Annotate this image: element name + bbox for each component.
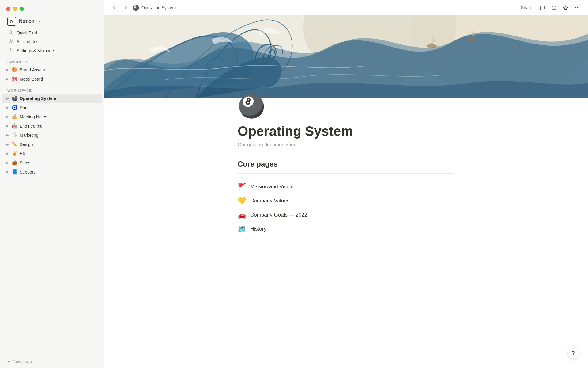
- sidebar-item-meeting-notes[interactable]: ▶ ✍️ Meeting Notes: [2, 112, 102, 121]
- marketing-icon: ✨: [12, 132, 18, 138]
- core-pages-list: 🚩 Mission and Vision 💛 Company Values 🚗 …: [238, 180, 454, 236]
- main-content: 🎱 Operating System Share: [104, 0, 588, 368]
- sidebar-item-operating-system[interactable]: ▶ 🎱 Operating System: [2, 94, 102, 103]
- sidebar-item-mood-board[interactable]: ▶ 🎀 Mood Board: [2, 75, 102, 83]
- page-icon-large[interactable]: 🎱: [238, 95, 454, 117]
- support-icon: 📘: [12, 169, 18, 175]
- company-goals-icon: 🚗: [238, 211, 246, 219]
- chevron-right-icon: ▶: [6, 143, 10, 146]
- page-title-titlebar: Operating System: [141, 5, 176, 10]
- marketing-label: Marketing: [20, 133, 38, 138]
- chevron-right-icon: ▶: [6, 152, 10, 155]
- close-button[interactable]: [6, 7, 10, 11]
- sidebar-scroll: Quick Find All Updates Settings & Member…: [0, 28, 104, 356]
- operating-system-label: Operating System: [20, 96, 56, 101]
- brand-assets-label: Brand Assets: [20, 67, 45, 72]
- favorite-button[interactable]: [561, 3, 570, 12]
- chevron-right-icon: ▶: [6, 161, 10, 164]
- sidebar-item-docs[interactable]: ▶ 🧿 Docs: [2, 103, 102, 112]
- engineering-icon: 🤖: [12, 123, 18, 129]
- more-options-button[interactable]: [573, 3, 582, 12]
- sidebar-item-all-updates[interactable]: All Updates: [2, 37, 101, 46]
- company-values-icon: 💛: [238, 197, 246, 205]
- sidebar-item-sales[interactable]: ▶ 👜 Sales: [2, 158, 102, 167]
- comments-button[interactable]: [538, 3, 547, 12]
- support-label: Support: [20, 170, 35, 174]
- company-values-label: Company Values: [250, 198, 289, 204]
- share-button[interactable]: Share: [518, 4, 535, 12]
- all-updates-label: All Updates: [17, 39, 39, 44]
- design-icon: ✏️: [12, 141, 18, 147]
- page-title: Operating System: [238, 123, 454, 140]
- notion-logo: N: [7, 17, 16, 26]
- mood-board-label: Mood Board: [20, 77, 43, 82]
- sales-label: Sales: [20, 160, 30, 165]
- docs-icon: 🧿: [12, 105, 18, 110]
- chevron-right-icon: ▶: [6, 97, 10, 100]
- sidebar-item-quick-find[interactable]: Quick Find: [2, 29, 101, 37]
- mood-board-icon: 🎀: [12, 76, 18, 82]
- page-body: 🎱 Operating System Our guiding documenta…: [208, 98, 484, 266]
- docs-label: Docs: [20, 105, 29, 110]
- mission-vision-label: Mission and Vision: [250, 184, 293, 190]
- list-item[interactable]: 🗺️ History: [238, 222, 454, 236]
- list-item[interactable]: 🚗 Company Goals — 2022: [238, 208, 454, 222]
- sidebar-item-design[interactable]: ▶ ✏️ Design: [2, 140, 102, 149]
- engineering-label: Engineering: [20, 124, 43, 128]
- forward-button[interactable]: [121, 3, 130, 12]
- svg-point-7: [579, 7, 579, 8]
- chevron-right-icon: ▶: [6, 106, 10, 109]
- notion-brand[interactable]: N Notion ▾: [2, 14, 101, 28]
- titlebar-right: Share: [518, 3, 582, 12]
- history-button[interactable]: [549, 3, 559, 12]
- svg-point-5: [575, 7, 576, 8]
- sidebar-item-support[interactable]: ▶ 📘 Support: [2, 167, 102, 176]
- meeting-notes-icon: ✍️: [12, 114, 18, 120]
- sales-icon: 👜: [12, 160, 18, 166]
- sidebar-item-settings[interactable]: Settings & Members: [2, 46, 101, 55]
- chevron-right-icon: ▶: [6, 115, 10, 118]
- chevron-right-icon: ▶: [6, 124, 10, 128]
- clock-icon: [7, 39, 13, 44]
- history-icon: 🗺️: [238, 225, 246, 233]
- company-goals-label: Company Goals — 2022: [250, 212, 307, 218]
- favorites-header: FAVORITES: [0, 55, 104, 65]
- sidebar-item-marketing[interactable]: ▶ ✨ Marketing: [2, 131, 102, 140]
- list-item[interactable]: 🚩 Mission and Vision: [238, 180, 454, 194]
- chevron-right-icon: ▶: [6, 170, 10, 174]
- page-content[interactable]: 🎱 Operating System Our guiding documenta…: [104, 15, 588, 368]
- back-button[interactable]: [110, 3, 119, 12]
- design-label: Design: [20, 142, 33, 147]
- chevron-right-icon: ▶: [6, 133, 10, 137]
- plus-icon: +: [7, 359, 10, 364]
- new-page-button[interactable]: + New page: [2, 356, 101, 367]
- section-divider: [238, 173, 454, 174]
- history-label: History: [250, 226, 266, 232]
- sidebar: N Notion ▾ Quick Find All Updates: [0, 0, 104, 368]
- chevron-right-icon: ▶: [6, 77, 10, 81]
- minimize-button[interactable]: [13, 7, 17, 11]
- page-icon-titlebar: 🎱: [132, 4, 139, 11]
- help-button[interactable]: ?: [568, 348, 579, 359]
- page-subtitle: Our guiding documentation: [238, 142, 454, 148]
- svg-point-6: [577, 7, 578, 8]
- settings-label: Settings & Members: [17, 48, 55, 53]
- sidebar-item-brand-assets[interactable]: ▶ 🎨 Brand Assets: [2, 65, 102, 74]
- notion-workspace-name: Notion: [19, 19, 35, 24]
- search-icon: [7, 30, 13, 36]
- operating-system-icon: 🎱: [12, 95, 18, 101]
- chevron-right-icon: ▶: [6, 68, 10, 71]
- titlebar-left: 🎱 Operating System: [110, 3, 176, 12]
- maximize-button[interactable]: [20, 7, 24, 11]
- svg-point-3: [10, 50, 11, 51]
- list-item[interactable]: 💛 Company Values: [238, 194, 454, 208]
- gear-icon: [7, 48, 13, 53]
- sidebar-item-hr[interactable]: ▶ ✌️ HR: [2, 149, 102, 158]
- workspace-header: WORKSPACE: [0, 84, 104, 94]
- sidebar-item-engineering[interactable]: ▶ 🤖 Engineering: [2, 121, 102, 130]
- brand-assets-icon: 🎨: [12, 67, 18, 73]
- hr-icon: ✌️: [12, 151, 18, 156]
- core-pages-heading: Core pages: [238, 160, 454, 168]
- new-page-label: New page: [13, 359, 32, 364]
- chevron-down-icon: ▾: [38, 19, 40, 24]
